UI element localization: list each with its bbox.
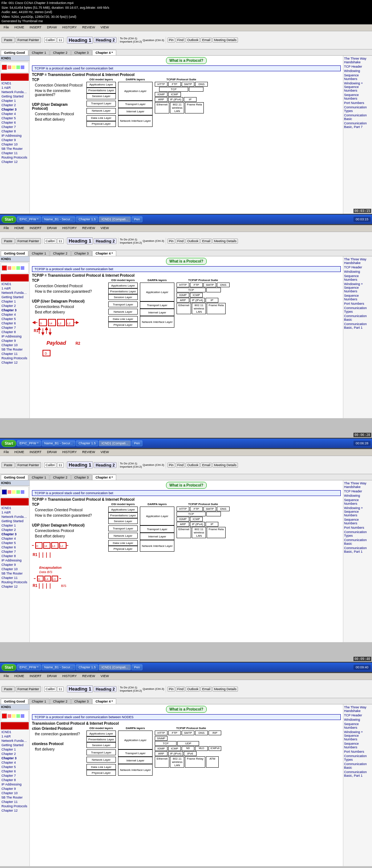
rp-item-1[interactable]: The Three Way Handshake: [344, 56, 371, 64]
start-3[interactable]: Start: [1, 664, 16, 671]
tb3-pen[interactable]: Pen: [132, 664, 142, 670]
sidebar-ch4[interactable]: Chapter 4: [0, 112, 29, 116]
pin2-btn[interactable]: Pin: [167, 239, 175, 244]
email2-btn[interactable]: Email: [201, 239, 212, 244]
sb2-c10[interactable]: Chapter 10: [0, 343, 29, 347]
h4-1[interactable]: Heading 1: [67, 685, 93, 692]
sb3-c2[interactable]: Chapter 2: [0, 528, 29, 532]
sb4-c1[interactable]: Chapter 1: [0, 747, 29, 752]
font-name[interactable]: Calibri: [44, 37, 57, 43]
sb4-c5[interactable]: Chapter 5: [0, 765, 29, 769]
sb4-c10[interactable]: Chapter 10: [0, 791, 29, 795]
sb2-c6[interactable]: Chapter 6: [0, 321, 29, 325]
pin4[interactable]: Pin: [167, 687, 175, 692]
find4[interactable]: Find: [176, 687, 185, 692]
sb4-c8[interactable]: Chapter 8: [0, 778, 29, 782]
tab3-insert[interactable]: INSERT: [28, 449, 44, 455]
taskbar-2[interactable]: Start EPIC_PFW * Name_B1 - Secur... Chap…: [0, 439, 372, 448]
sb3-c10[interactable]: Chapter 10: [0, 567, 29, 571]
tab2-c2[interactable]: Chapter 2: [50, 251, 71, 256]
font3-name[interactable]: Calibri: [44, 463, 57, 468]
taskbar-1[interactable]: Start EPIC_PFW * Name_B1 - Secur... Chap…: [0, 215, 372, 224]
tab3-history[interactable]: HISTORY: [60, 449, 79, 455]
rp4-7[interactable]: Port Numbers: [344, 749, 371, 754]
rp3-1[interactable]: The Three Way Handshake: [344, 481, 371, 489]
email4[interactable]: Email: [201, 687, 212, 692]
sb4-routing[interactable]: Routing Protocols: [0, 804, 29, 808]
sidebar-ch7[interactable]: Chapter 7: [0, 125, 29, 129]
sb4-gs[interactable]: Getting Started: [0, 743, 29, 747]
sb3-c9[interactable]: Chapter 9: [0, 563, 29, 567]
sb2-gs[interactable]: Getting Started: [0, 295, 29, 299]
meeting4[interactable]: Meeting Details: [213, 687, 238, 692]
sidebar-ch1[interactable]: Chapter 1: [0, 99, 29, 103]
tb-pen-1[interactable]: Pen: [132, 216, 142, 222]
blue-tool-3[interactable]: [2, 489, 7, 495]
find3[interactable]: Find: [176, 463, 185, 468]
tab3-view[interactable]: VIEW: [98, 449, 111, 455]
sidebar-net-fund[interactable]: Network Fundamentals: [0, 90, 29, 94]
fp4[interactable]: Format Painter: [16, 686, 41, 692]
tab4-view[interactable]: VIEW: [98, 673, 111, 679]
rp-item-5[interactable]: Windowing + Sequence Numbers: [344, 81, 371, 93]
tab3-draw[interactable]: DRAW: [45, 449, 59, 455]
sidebar-ch2[interactable]: Chapter 2: [0, 103, 29, 107]
h1-btn2[interactable]: Heading 1: [67, 237, 93, 244]
sb2-c8[interactable]: Chapter 8: [0, 330, 29, 334]
sb2-nf[interactable]: Network Fundamentals: [0, 291, 29, 295]
sb3-c3[interactable]: Chapter 3: [0, 532, 29, 536]
tab4-review[interactable]: REVIEW: [80, 673, 97, 679]
sb3-icnd[interactable]: ICND1: [0, 506, 29, 510]
sb3-gs[interactable]: Getting Started: [0, 519, 29, 523]
tb-ch15-1[interactable]: Chapter 1.5: [76, 216, 98, 222]
todo-btn2[interactable]: Question (Ctrl-3): [143, 39, 164, 42]
sb4-c4[interactable]: Chapter 4: [0, 760, 29, 765]
tab2-file[interactable]: File: [1, 225, 11, 231]
font4-size[interactable]: 11: [57, 687, 64, 692]
sb3-c1[interactable]: Chapter 1: [0, 523, 29, 528]
rp-item-3[interactable]: Windowing: [344, 69, 371, 73]
meeting-btn[interactable]: Meeting Details: [213, 37, 238, 43]
sb3-ip[interactable]: IP Addressing: [0, 558, 29, 563]
tab3-c2[interactable]: Chapter 2: [50, 475, 71, 480]
sb2-c5[interactable]: Chapter 5: [0, 317, 29, 321]
rp3-4[interactable]: Sequence Numbers: [344, 498, 371, 506]
todo3-1[interactable]: To Do (Ctrl-1)Important (Ctrl-2): [120, 462, 142, 468]
tb-icnd-1[interactable]: ICND1 (Compati...: [99, 216, 131, 222]
sb3-c5[interactable]: Chapter 5: [0, 541, 29, 545]
h3-2[interactable]: Heading 2: [94, 462, 117, 468]
sb2-routing[interactable]: Routing Protocols: [0, 356, 29, 360]
sb2-c3[interactable]: Chapter 3: [0, 308, 29, 312]
rp2-9[interactable]: Communication Basic: [344, 314, 371, 322]
sb4-c7[interactable]: Chapter 7: [0, 773, 29, 778]
tab2-c4[interactable]: Chapter 4 *: [92, 251, 116, 256]
tab2-review[interactable]: REVIEW: [80, 225, 97, 231]
tab2-home[interactable]: HOME: [12, 225, 27, 231]
email-btn[interactable]: Email: [201, 37, 212, 43]
sidebar-a-r[interactable]: 1 A&R: [0, 85, 29, 90]
sidebar-routing[interactable]: Routing Protocols: [0, 155, 29, 160]
rp-item-8[interactable]: Communication Types: [344, 105, 371, 113]
tab-history[interactable]: HISTORY: [60, 25, 79, 31]
red-tool-2[interactable]: [2, 265, 7, 271]
sb2-c4[interactable]: Chapter 4: [0, 312, 29, 317]
sidebar-ch8[interactable]: Chapter 8: [0, 129, 29, 133]
tab4-draw[interactable]: DRAW: [45, 673, 59, 679]
tab4-file[interactable]: File: [1, 673, 11, 679]
font2-name[interactable]: Calibri: [44, 239, 57, 244]
rp2-4[interactable]: Sequence Numbers: [344, 274, 371, 282]
outlook-btn[interactable]: Outlook: [186, 37, 200, 43]
tab3-c1[interactable]: Chapter 1: [29, 475, 50, 480]
font3-size[interactable]: 11: [57, 463, 64, 468]
sb3-c6[interactable]: Chapter 6: [0, 545, 29, 549]
tab4-insert[interactable]: INSERT: [28, 673, 44, 679]
sidebar-router[interactable]: 5B The Router: [0, 147, 29, 151]
sb3-c12[interactable]: Chapter 12: [0, 584, 29, 589]
rp-item-10[interactable]: Communication Basic, Part 7: [344, 121, 371, 129]
tab4-history[interactable]: HISTORY: [60, 673, 79, 679]
todo2-1[interactable]: To Do (Ctrl-1)Important (Ctrl-2): [120, 238, 142, 244]
sidebar-ch9[interactable]: Chapter 9: [0, 138, 29, 142]
font2-size[interactable]: 11: [57, 239, 64, 244]
tb3-name[interactable]: Name_B1 - Secur...: [42, 664, 76, 670]
rp4-4[interactable]: Sequence Numbers: [344, 722, 371, 730]
